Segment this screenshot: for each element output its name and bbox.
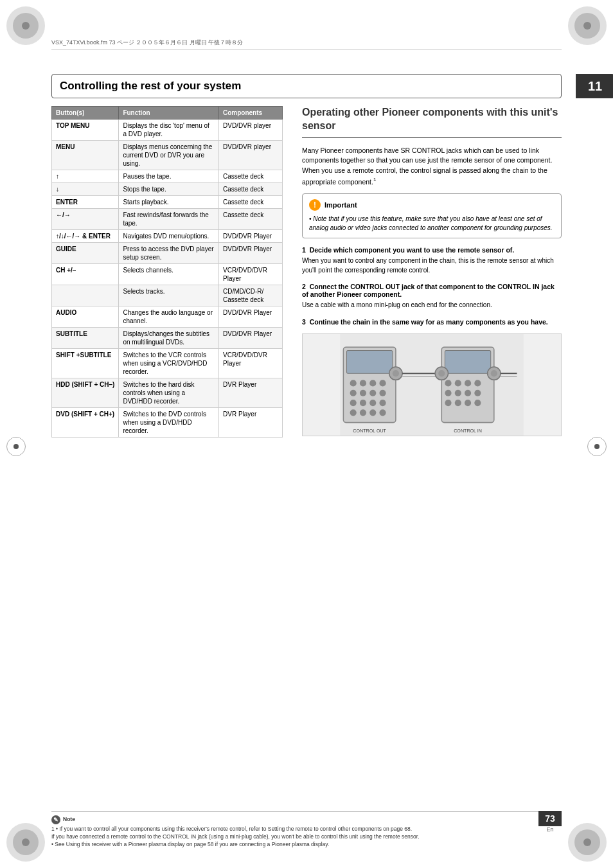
- svg-point-14: [379, 400, 386, 406]
- button-name: ↑: [52, 170, 119, 183]
- table-row: Selects tracks. CD/MD/CD-R/ Cassette dec…: [52, 285, 283, 306]
- svg-point-17: [369, 409, 376, 416]
- button-name: SUBTITLE: [52, 328, 119, 349]
- col-header-button: Button(s): [52, 107, 119, 120]
- button-name: ↓: [52, 183, 119, 196]
- page-footer: 73 En: [538, 811, 562, 833]
- button-components: Cassette deck: [218, 196, 282, 209]
- step-text-2: Use a cable with a mono mini-plug on eac…: [302, 301, 562, 310]
- diagram-area: CONTROL OUT CONTROL IN: [302, 333, 562, 436]
- table-row: TOP MENU Displays the disc 'top' menu of…: [52, 120, 283, 141]
- table-row: GUIDE Press to access the DVD player set…: [52, 243, 283, 264]
- note-lines: 1 • If you want to control all your comp…: [51, 826, 562, 849]
- svg-rect-24: [445, 350, 490, 373]
- button-function-table: Button(s) Function Components TOP MENU D…: [51, 106, 283, 438]
- button-name: GUIDE: [52, 243, 119, 264]
- svg-point-30: [455, 389, 461, 396]
- button-components: VCR/DVD/DVR Player: [218, 264, 282, 285]
- table-row: ↓ Stops the tape. Cassette deck: [52, 183, 283, 196]
- svg-point-10: [379, 389, 386, 396]
- button-function: Switches to the DVD controls when using …: [119, 408, 219, 438]
- button-name: SHIFT +SUBTITLE: [52, 349, 119, 378]
- svg-point-35: [465, 400, 471, 406]
- step-2: 2 Connect the CONTROL OUT jack of that c…: [302, 283, 562, 310]
- step-3: 3 Continue the chain in the same way for…: [302, 318, 562, 326]
- note-section: ✎ Note 1 • If you want to control all yo…: [51, 811, 562, 849]
- button-name: TOP MENU: [52, 120, 119, 141]
- svg-point-29: [445, 389, 451, 396]
- svg-point-13: [369, 400, 376, 406]
- svg-point-26: [455, 380, 461, 386]
- note-line: If you have connected a remote control t…: [51, 833, 562, 841]
- col-header-components: Components: [218, 107, 282, 120]
- button-components: Cassette deck: [218, 183, 282, 196]
- svg-point-36: [474, 400, 481, 406]
- important-box: ! Important • Note that if you use this …: [302, 193, 562, 238]
- corner-decoration-tr: [568, 6, 607, 45]
- button-table-container: Button(s) Function Components TOP MENU D…: [51, 106, 283, 438]
- svg-text:CONTROL OUT: CONTROL OUT: [353, 428, 386, 433]
- button-function: Press to access the DVD player setup scr…: [119, 243, 219, 264]
- svg-point-9: [369, 389, 376, 396]
- svg-point-28: [474, 380, 481, 386]
- svg-point-11: [350, 400, 357, 406]
- table-row: ←/→ Fast rewinds/fast forwards the tape.…: [52, 209, 283, 230]
- step-header-1: 1 Decide which component you want to use…: [302, 246, 562, 254]
- table-row: CH +/– Selects channels. VCR/DVD/DVR Pla…: [52, 264, 283, 285]
- table-row: MENU Displays menus concerning the curre…: [52, 141, 283, 170]
- button-function: Stops the tape.: [119, 183, 219, 196]
- svg-point-20: [393, 370, 399, 376]
- corner-decoration-br: [568, 823, 607, 862]
- svg-point-38: [438, 370, 445, 376]
- important-header: ! Important: [309, 199, 555, 211]
- svg-point-40: [491, 370, 497, 376]
- step-text-1: When you want to control any component i…: [302, 256, 562, 275]
- button-components: DVD/DVR player: [218, 141, 282, 170]
- button-components: DVR Player: [218, 378, 282, 408]
- reg-mark-right: [587, 437, 607, 456]
- button-components: DVD/DVR Player: [218, 243, 282, 264]
- button-function: Displays/changes the subtitles on multil…: [119, 328, 219, 349]
- button-function: Pauses the tape.: [119, 170, 219, 183]
- note-header: ✎ Note: [51, 815, 562, 824]
- step-1: 1 Decide which component you want to use…: [302, 246, 562, 275]
- button-function: Displays menus concerning the current DV…: [119, 141, 219, 170]
- button-name: ←/→: [52, 209, 119, 230]
- table-row: SHIFT +SUBTITLE Switches to the VCR cont…: [52, 349, 283, 378]
- button-name: AUDIO: [52, 306, 119, 328]
- button-components: CD/MD/CD-R/ Cassette deck: [218, 285, 282, 306]
- note-line: 1 • If you want to control all your comp…: [51, 826, 562, 833]
- step-header-2: 2 Connect the CONTROL OUT jack of that c…: [302, 283, 562, 298]
- svg-point-27: [465, 380, 471, 386]
- svg-point-32: [474, 389, 481, 396]
- button-components: DVD/DVR Player: [218, 328, 282, 349]
- important-text: • Note that if you use this feature, mak…: [309, 215, 555, 233]
- table-row: AUDIO Changes the audio language or chan…: [52, 306, 283, 328]
- button-components: DVD/DVR player: [218, 120, 282, 141]
- svg-point-6: [379, 380, 386, 386]
- svg-point-15: [350, 409, 357, 416]
- svg-point-31: [465, 389, 471, 396]
- step-header-3: 3 Continue the chain in the same way for…: [302, 318, 562, 326]
- svg-point-34: [455, 400, 461, 406]
- svg-rect-2: [346, 350, 392, 373]
- button-function: Displays the disc 'top' menu of a DVD pl…: [119, 120, 219, 141]
- warning-icon: !: [309, 199, 321, 211]
- page-number: 73: [538, 811, 562, 826]
- note-label: Note: [63, 816, 75, 824]
- header-bar: Controlling the rest of your system: [51, 74, 562, 98]
- connection-diagram: CONTROL OUT CONTROL IN: [303, 334, 561, 436]
- button-name: MENU: [52, 141, 119, 170]
- svg-point-12: [360, 400, 366, 406]
- button-name: ↑/↓/←/→ & ENTER: [52, 230, 119, 243]
- corner-decoration-bl: [6, 823, 45, 862]
- section-title: Operating other Pioneer components with …: [302, 106, 562, 138]
- button-components: Cassette deck: [218, 170, 282, 183]
- meta-line: VSX_74TXVi.book.fm 73 ページ ２００５年６月６日 月曜日 …: [51, 39, 562, 50]
- button-name: [52, 285, 119, 306]
- chapter-number: 11: [576, 74, 613, 98]
- button-function: Switches to the hard disk controls when …: [119, 378, 219, 408]
- svg-point-25: [445, 380, 451, 386]
- svg-point-8: [360, 389, 366, 396]
- table-row: ↑/↓/←/→ & ENTER Navigates DVD menu/optio…: [52, 230, 283, 243]
